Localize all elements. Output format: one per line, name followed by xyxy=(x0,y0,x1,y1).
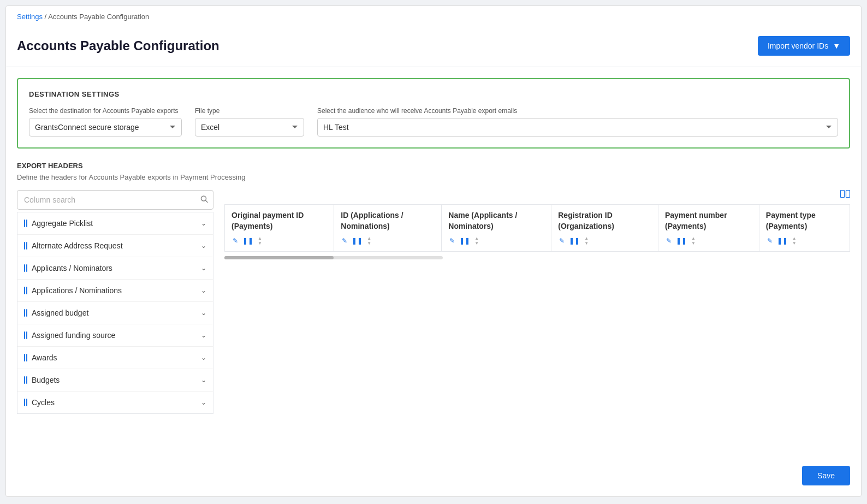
chevron-down-icon: ⌄ xyxy=(201,331,206,339)
column-header-title: Payment number (Payments) xyxy=(665,210,752,232)
column-item-left: Alternate Address Request xyxy=(24,241,123,250)
sort-up-icon[interactable]: ▲ xyxy=(258,236,262,241)
search-input[interactable] xyxy=(17,190,213,210)
sort-up-icon[interactable]: ▲ xyxy=(474,236,479,241)
breadcrumb-current: Accounts Payable Configuration xyxy=(48,13,149,21)
sort-arrows: ▲ ▼ xyxy=(584,236,589,246)
column-header-actions: ✎ ❚❚ ▲ ▼ xyxy=(231,236,327,246)
sort-up-icon[interactable]: ▲ xyxy=(792,236,797,241)
column-header-title: Payment type (Payments) xyxy=(766,210,843,232)
column-item-name: Assigned budget xyxy=(32,309,88,317)
table-icon-row xyxy=(224,190,850,200)
sort-down-icon[interactable]: ▼ xyxy=(584,241,589,246)
file-type-select[interactable]: Excel xyxy=(195,118,304,137)
sort-down-icon[interactable]: ▼ xyxy=(474,241,479,246)
export-layout: Aggregate Picklist ⌄ Alternate Address R… xyxy=(17,190,850,414)
breadcrumb-settings-link[interactable]: Settings xyxy=(17,13,43,21)
scrollbar-track[interactable] xyxy=(224,256,443,259)
sort-up-icon[interactable]: ▲ xyxy=(691,236,696,241)
drag-handle-icon xyxy=(24,399,27,406)
columns-icon[interactable] xyxy=(840,190,850,200)
import-vendor-ids-button[interactable]: Import vendor IDs ▼ xyxy=(758,36,850,56)
column-header-actions: ✎ ❚❚ ▲ ▼ xyxy=(448,236,544,246)
destination-settings-section: DESTINATION SETTINGS Select the destinat… xyxy=(17,78,850,149)
search-box xyxy=(17,190,213,210)
sort-up-icon[interactable]: ▲ xyxy=(584,236,589,241)
list-item[interactable]: Assigned funding source ⌄ xyxy=(17,324,213,347)
destination-label: Select the destination for Accounts Paya… xyxy=(29,107,182,115)
save-button[interactable]: Save xyxy=(802,466,850,485)
export-headers-section: EXPORT HEADERS Define the headers for Ac… xyxy=(17,162,850,414)
audience-select[interactable]: HL Test xyxy=(317,118,838,137)
destination-form-row: Select the destination for Accounts Paya… xyxy=(29,107,838,137)
edit-icon[interactable]: ✎ xyxy=(231,236,239,246)
column-item-left: Cycles xyxy=(24,398,55,407)
chevron-down-icon: ⌄ xyxy=(201,264,206,272)
list-item[interactable]: Applicants / Nominators ⌄ xyxy=(17,257,213,280)
drag-handle-icon xyxy=(24,264,27,272)
column-header-actions: ✎ ❚❚ ▲ ▼ xyxy=(665,236,752,246)
destination-settings-title: DESTINATION SETTINGS xyxy=(29,90,838,98)
sort-down-icon[interactable]: ▼ xyxy=(691,241,696,246)
list-item[interactable]: Aggregate Picklist ⌄ xyxy=(17,212,213,235)
sort-arrows: ▲ ▼ xyxy=(792,236,797,246)
list-item[interactable]: Budgets ⌄ xyxy=(17,369,213,392)
destination-select[interactable]: GrantsConnect secure storage xyxy=(29,118,182,137)
list-item[interactable]: Assigned budget ⌄ xyxy=(17,302,213,324)
export-headers-description: Define the headers for Accounts Payable … xyxy=(17,173,850,181)
column-item-left: Awards xyxy=(24,353,57,362)
list-item[interactable]: Awards ⌄ xyxy=(17,347,213,369)
content-area: DESTINATION SETTINGS Select the destinat… xyxy=(6,67,861,425)
sort-down-icon[interactable]: ▼ xyxy=(792,241,797,246)
edit-icon[interactable]: ✎ xyxy=(341,236,348,246)
sort-down-icon[interactable]: ▼ xyxy=(258,241,262,246)
page-title: Accounts Payable Configuration xyxy=(17,38,219,54)
pause-icon[interactable]: ❚❚ xyxy=(351,236,364,246)
sort-up-icon[interactable]: ▲ xyxy=(367,236,371,241)
column-item-name: Budgets xyxy=(32,376,60,384)
sort-arrows: ▲ ▼ xyxy=(258,236,262,246)
list-item[interactable]: Alternate Address Request ⌄ xyxy=(17,235,213,257)
scrollbar-row xyxy=(224,256,850,259)
column-item-name: Alternate Address Request xyxy=(32,241,123,250)
headers-table: Original payment ID (Payments) ✎ ❚❚ ▲ ▼ … xyxy=(224,204,850,252)
headers-panel: Original payment ID (Payments) ✎ ❚❚ ▲ ▼ … xyxy=(213,190,850,414)
column-header-title: Registration ID (Organizations) xyxy=(558,210,651,232)
table-column-header: Payment type (Payments) ✎ ❚❚ ▲ ▼ xyxy=(759,204,850,252)
column-header-title: Original payment ID (Payments) xyxy=(231,210,327,232)
edit-icon[interactable]: ✎ xyxy=(665,236,673,246)
chevron-down-icon: ▼ xyxy=(833,41,840,50)
sort-arrows: ▲ ▼ xyxy=(474,236,479,246)
chevron-down-icon: ⌄ xyxy=(201,287,206,294)
edit-icon[interactable]: ✎ xyxy=(448,236,456,246)
list-item[interactable]: Applications / Nominations ⌄ xyxy=(17,280,213,302)
edit-icon[interactable]: ✎ xyxy=(766,236,774,246)
column-item-left: Applications / Nominations xyxy=(24,286,122,295)
drag-handle-icon xyxy=(24,331,27,339)
pause-icon[interactable]: ❚❚ xyxy=(675,236,688,246)
chevron-down-icon: ⌄ xyxy=(201,399,206,406)
sort-down-icon[interactable]: ▼ xyxy=(367,241,371,246)
drag-handle-icon xyxy=(24,376,27,384)
chevron-down-icon: ⌄ xyxy=(201,220,206,227)
sort-arrows: ▲ ▼ xyxy=(691,236,696,246)
pause-icon[interactable]: ❚❚ xyxy=(241,236,254,246)
edit-icon[interactable]: ✎ xyxy=(558,236,566,246)
column-header-title: ID (Applications / Nominations) xyxy=(341,210,435,232)
destination-form-group: Select the destination for Accounts Paya… xyxy=(29,107,182,137)
column-item-name: Cycles xyxy=(32,398,55,407)
pause-icon[interactable]: ❚❚ xyxy=(458,236,471,246)
column-item-left: Applicants / Nominators xyxy=(24,264,112,272)
column-item-name: Assigned funding source xyxy=(32,331,115,340)
pause-icon[interactable]: ❚❚ xyxy=(568,236,581,246)
table-column-header: Name (Applicants / Nominators) ✎ ❚❚ ▲ ▼ xyxy=(442,204,551,252)
export-headers-title: EXPORT HEADERS xyxy=(17,162,850,170)
list-item[interactable]: Cycles ⌄ xyxy=(17,392,213,413)
scrollbar-thumb xyxy=(224,256,334,259)
drag-handle-icon xyxy=(24,309,27,317)
chevron-down-icon: ⌄ xyxy=(201,354,206,361)
column-item-left: Assigned funding source xyxy=(24,331,115,340)
breadcrumb: Settings / Accounts Payable Configuratio… xyxy=(6,6,861,27)
chevron-down-icon: ⌄ xyxy=(201,242,206,250)
pause-icon[interactable]: ❚❚ xyxy=(776,236,789,246)
